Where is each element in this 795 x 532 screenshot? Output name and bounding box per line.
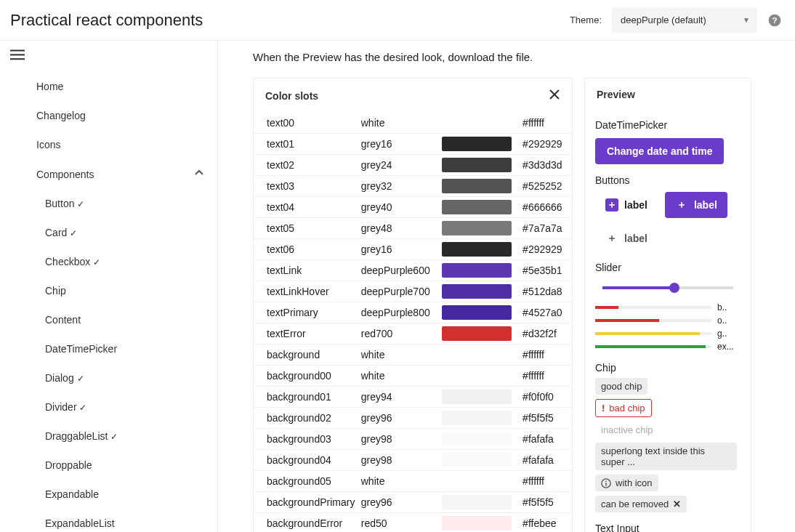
color-hex: #ffebee: [518, 513, 572, 533]
color-value: deepPurple700: [361, 281, 442, 302]
color-swatch: [442, 239, 519, 260]
color-value: grey94: [361, 387, 442, 408]
color-name: textError: [254, 323, 361, 344]
color-swatch: [442, 302, 519, 323]
sidebar-item-changelog[interactable]: Changelog: [26, 101, 214, 130]
color-swatch: [442, 408, 519, 429]
color-row[interactable]: text00white#ffffff: [254, 113, 572, 134]
color-row[interactable]: text06grey16#292929: [254, 239, 572, 260]
color-hex: #ffffff: [518, 366, 572, 387]
color-value: grey16: [361, 134, 442, 155]
chip-bad[interactable]: !bad chip: [595, 399, 652, 417]
color-name: text05: [254, 218, 361, 239]
color-row[interactable]: text04grey40#666666: [254, 197, 572, 218]
color-row[interactable]: text01grey16#292929: [254, 134, 572, 155]
color-value: white: [361, 366, 442, 387]
preview-panel: Preview DateTimePicker Change date and t…: [584, 78, 751, 532]
color-hex: #ffffff: [518, 344, 572, 366]
color-swatch: [442, 492, 519, 513]
sidebar-item-button[interactable]: Button ✓: [26, 189, 214, 218]
color-value: grey16: [361, 239, 442, 260]
chip-removable[interactable]: can be removed ✕: [595, 496, 687, 512]
menu-icon[interactable]: [0, 41, 217, 72]
check-icon: ✓: [70, 228, 77, 238]
progress-bar: [595, 306, 711, 309]
chip-good[interactable]: good chip: [595, 378, 647, 395]
color-row[interactable]: background03grey98#fafafa: [254, 429, 572, 450]
sidebar-item-checkbox[interactable]: Checkbox ✓: [26, 247, 214, 276]
theme-select[interactable]: deepPurple (default): [612, 7, 757, 33]
color-row[interactable]: textErrorred700#d32f2f: [254, 323, 572, 344]
color-name: background05: [254, 471, 361, 492]
color-row[interactable]: background01grey94#f0f0f0: [254, 387, 572, 408]
sidebar-item-droppable[interactable]: Droppable: [26, 451, 214, 480]
svg-rect-9: [605, 480, 606, 481]
check-icon: ✓: [77, 199, 84, 209]
chip-long[interactable]: superlong text inside this super ...: [595, 443, 737, 470]
sidebar-item-dialog[interactable]: Dialog ✓: [26, 363, 214, 392]
color-name: background04: [254, 450, 361, 471]
color-value: grey40: [361, 197, 442, 218]
color-hex: #292929: [518, 134, 572, 155]
color-name: background02: [254, 408, 361, 429]
slider-fill: [602, 286, 674, 289]
color-row[interactable]: backgroundErrorred50#ffebee: [254, 513, 572, 533]
close-icon[interactable]: [549, 89, 560, 102]
sidebar-item-icons[interactable]: Icons: [26, 130, 214, 159]
sidebar-item-divider[interactable]: Divider ✓: [26, 392, 214, 422]
color-row[interactable]: background05white#ffffff: [254, 471, 572, 492]
color-row[interactable]: background02grey96#f5f5f5: [254, 408, 572, 429]
info-icon: [601, 478, 611, 488]
change-date-button[interactable]: Change date and time: [595, 138, 724, 164]
sidebar-item-expandable[interactable]: Expandable: [26, 480, 214, 509]
sidebar-item-content[interactable]: Content: [26, 305, 214, 334]
error-icon: !: [602, 403, 605, 414]
slider[interactable]: [602, 286, 733, 289]
svg-rect-3: [10, 54, 25, 55]
color-swatch: [442, 197, 519, 218]
chip-label: Chip: [595, 362, 740, 374]
color-swatch: [442, 323, 519, 344]
color-hex: #d32f2f: [518, 323, 572, 344]
color-swatch: [442, 366, 519, 387]
color-row[interactable]: background04grey98#fafafa: [254, 450, 572, 471]
color-row[interactable]: background00white#ffffff: [254, 366, 572, 387]
sidebar-item-card[interactable]: Card ✓: [26, 218, 214, 247]
help-icon[interactable]: ?: [767, 13, 782, 28]
color-row[interactable]: text02grey24#3d3d3d: [254, 155, 572, 176]
slider-knob[interactable]: [669, 283, 679, 293]
sidebar-item-chip[interactable]: Chip: [26, 276, 214, 305]
sidebar-item-draggablelist[interactable]: DraggableList ✓: [26, 422, 214, 451]
color-name: backgroundError: [254, 513, 361, 533]
color-row[interactable]: textPrimarydeepPurple800#4527a0: [254, 302, 572, 323]
plus-icon: ＋: [675, 198, 688, 211]
progress-bar: [595, 319, 711, 322]
color-swatch: [442, 134, 519, 155]
color-row[interactable]: textLinkHoverdeepPurple700#512da8: [254, 281, 572, 302]
sidebar-item-components[interactable]: Components: [26, 159, 214, 189]
sidebar-item-expandablelist[interactable]: ExpandableList: [26, 509, 214, 532]
color-name: backgroundPrimary: [254, 492, 361, 513]
sidebar-item-home[interactable]: Home: [26, 72, 214, 101]
color-hex: #3d3d3d: [518, 155, 572, 176]
intro-text: When the Preview has the desired look, d…: [253, 51, 795, 63]
close-icon[interactable]: ✕: [673, 499, 681, 509]
color-row[interactable]: backgroundwhite#ffffff: [254, 344, 572, 366]
sidebar-item-datetimepicker[interactable]: DateTimePicker: [26, 334, 214, 363]
color-row[interactable]: text03grey32#525252: [254, 176, 572, 197]
color-row[interactable]: textLinkdeepPurple600#5e35b1: [254, 260, 572, 281]
color-hex: #f5f5f5: [518, 492, 572, 513]
color-value: white: [361, 113, 442, 134]
check-icon: ✓: [110, 432, 118, 442]
svg-rect-4: [10, 58, 25, 60]
label-button-outline[interactable]: ＋ label: [595, 192, 658, 218]
plus-icon: ＋: [605, 198, 618, 211]
color-row[interactable]: backgroundPrimarygrey96#f5f5f5: [254, 492, 572, 513]
chevron-down-icon: ▼: [743, 16, 750, 24]
label-button-ghost[interactable]: ＋ label: [595, 225, 658, 251]
color-row[interactable]: text05grey48#7a7a7a: [254, 218, 572, 239]
chip-with-icon[interactable]: with icon: [595, 475, 658, 491]
color-hex: #292929: [518, 239, 572, 260]
color-swatch: [442, 176, 519, 197]
label-button-filled[interactable]: ＋ label: [665, 192, 727, 218]
